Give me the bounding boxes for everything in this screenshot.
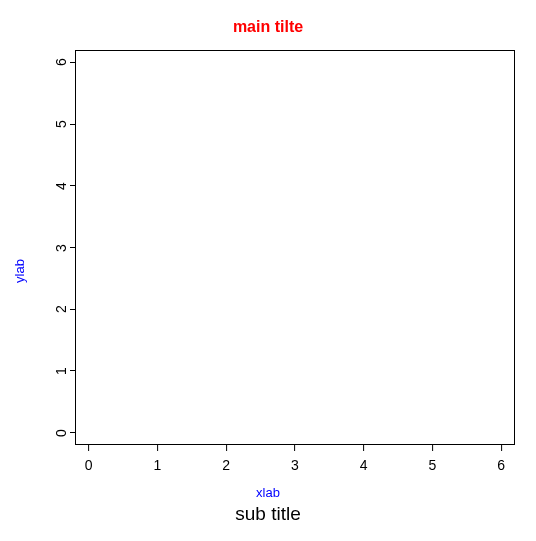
y-tick-label: 4: [53, 182, 69, 190]
x-tick-mark: [294, 445, 295, 451]
x-tick-mark: [432, 445, 433, 451]
x-tick-mark: [363, 445, 364, 451]
x-axis-label: xlab: [0, 485, 536, 500]
x-tick-mark: [88, 445, 89, 451]
x-tick-mark: [501, 445, 502, 451]
y-tick-label: 3: [53, 244, 69, 252]
x-tick-label: 6: [497, 457, 505, 473]
x-tick-label: 0: [85, 457, 93, 473]
y-tick-label: 5: [53, 120, 69, 128]
chart-subtitle: sub title: [0, 503, 536, 525]
x-tick-label: 2: [222, 457, 230, 473]
x-axis-ticks: 0 1 2 3 4 5 6: [75, 445, 515, 475]
x-tick-label: 3: [291, 457, 299, 473]
chart-title: main tilte: [0, 18, 536, 36]
x-tick-label: 5: [429, 457, 437, 473]
x-tick-label: 4: [360, 457, 368, 473]
y-axis-label: ylab: [12, 259, 27, 283]
x-tick-mark: [226, 445, 227, 451]
y-tick-label: 1: [53, 367, 69, 375]
x-tick-mark: [157, 445, 158, 451]
x-tick-label: 1: [154, 457, 162, 473]
y-tick-label: 2: [53, 305, 69, 313]
y-tick-label: 6: [53, 58, 69, 66]
y-axis-ticks: 0 1 2 3 4 5 6: [45, 50, 75, 445]
y-tick-label: 0: [53, 429, 69, 437]
plot-area: [75, 50, 515, 445]
